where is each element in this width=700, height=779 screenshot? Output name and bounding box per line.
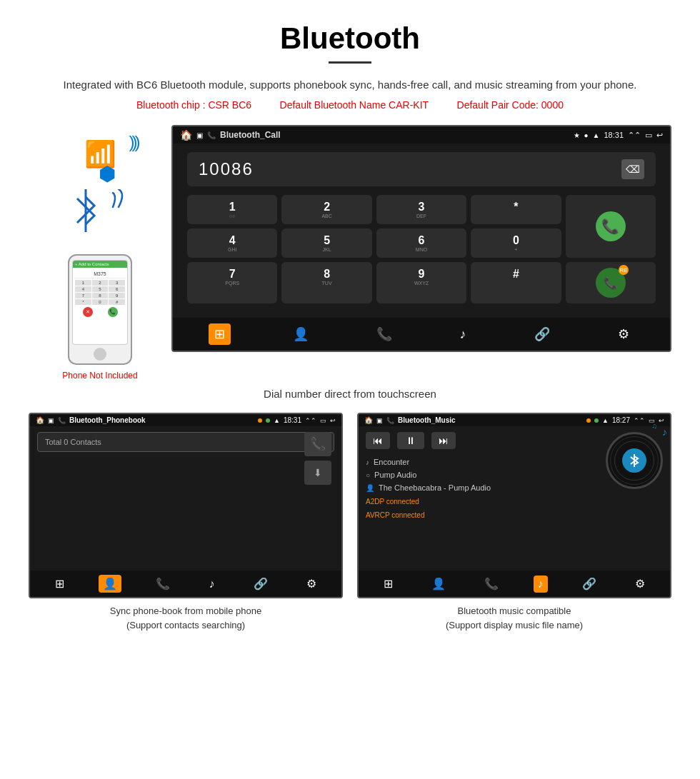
wifi-icon: ▲ [593,131,600,139]
note-icon: ♪ [366,458,369,466]
vinyl-ring1 [614,441,654,481]
key-8[interactable]: 8TUV [281,262,371,303]
phonebook-caption: Sync phone-book from mobile phone(Suppor… [29,604,343,632]
spec-chip: Bluetooth chip : CSR BC6 [136,99,251,111]
dialer-bottom-bar: ⊞ 👤 📞 ♪ 🔗 ⚙ [173,318,670,351]
mu-bottom-dialpad-icon[interactable]: ⊞ [379,575,397,593]
key-1[interactable]: 1○○ [187,195,277,224]
a2dp-status: A2DP connected [366,498,599,506]
specs-line: Bluetooth chip : CSR BC6 Default Bluetoo… [29,99,671,111]
mu-home-icon: 🏠 [364,416,373,424]
bottom-link-icon[interactable]: 🔗 [529,323,556,345]
pb-bottom-calls-icon[interactable]: 📞 [151,575,174,593]
title-divider [329,61,371,64]
mu-bottom-settings-icon[interactable]: ⚙ [631,575,649,593]
phone-mockup: + Add to Contacts M375 123 456 789 *0# ✕… [68,254,132,365]
signal-waves-icon [107,189,136,225]
track-2: ○ Pump Audio [366,471,599,479]
bottom-settings-icon[interactable]: ⚙ [612,323,635,345]
call-button[interactable]: 📞 [566,195,656,258]
pb-expand-icon: ⌃⌃ [305,417,316,424]
mu-back-icon[interactable]: ↩ [659,417,664,424]
mu-bottom-calls-icon[interactable]: 📞 [480,575,503,593]
phone-screen: + Add to Contacts M375 123 456 789 *0# ✕… [72,260,128,345]
bottom-music-icon[interactable]: ♪ [454,324,472,345]
recall-circle: 📞 RE [596,268,626,298]
next-button[interactable]: ⏭ [431,432,456,449]
mu-bottom-link-icon[interactable]: 🔗 [578,575,601,593]
expand-icon: ⌃⌃ [628,131,641,140]
mu-dot2 [594,416,599,424]
key-3[interactable]: 3DEF [376,195,466,224]
key-6[interactable]: 6MNO [376,228,466,258]
screen-title: Bluetooth_Call [220,130,281,140]
recall-button[interactable]: 📞 RE [566,262,656,303]
pb-bottom-dialpad-icon[interactable]: ⊞ [51,575,69,593]
car-dialer-screen: 🏠 ▣ 📞 Bluetooth_Call ★ ● ▲ 18:31 ⌃⌃ ▭ ↩ … [171,125,671,352]
music-content-area: ⏮ ⏸ ⏭ ♪ Encounter ○ Pump Audio 👤 [359,426,670,571]
menu-icon: ▭ [645,131,652,140]
music-screen: 🏠 ▣ 📞 Bluetooth_Music ▲ 18:27 ⌃⌃ ▭ ↩ [357,413,671,598]
avrcp-status: AVRCP connected [366,511,599,519]
mu-bottom-music-icon[interactable]: ♪ [534,576,548,593]
pb-back-icon[interactable]: ↩ [330,417,336,424]
mu-call-icon: 📞 [386,417,394,424]
dial-number-display: 10086 [199,159,254,179]
key-4[interactable]: 4GHI [187,228,277,258]
phonebook-search-field[interactable]: Total 0 Contacts [37,432,334,452]
mu-wifi-icon: ▲ [602,417,609,424]
music-left-panel: ⏮ ⏸ ⏭ ♪ Encounter ○ Pump Audio 👤 [366,432,599,565]
music-statusbar: 🏠 ▣ 📞 Bluetooth_Music ▲ 18:27 ⌃⌃ ▭ ↩ [359,414,670,426]
time-display: 18:31 [604,131,624,139]
pb-bottom-settings-icon[interactable]: ⚙ [302,575,321,593]
back-icon[interactable]: ↩ [656,131,663,140]
bluetooth-signal: 📶 ⬢ [84,139,116,186]
bottom-dialpad-icon[interactable]: ⊞ [209,323,231,345]
prev-button[interactable]: ⏮ [366,432,390,449]
mu-screen-title: Bluetooth_Music [398,416,456,424]
mu-bottom-contacts-icon[interactable]: 👤 [427,575,450,593]
key-7[interactable]: 7PQRS [187,262,277,303]
pb-call-action-button[interactable]: 📞 [304,432,331,456]
key-2[interactable]: 2ABC [281,195,371,224]
dialer-statusbar: 🏠 ▣ 📞 Bluetooth_Call ★ ● ▲ 18:31 ⌃⌃ ▭ ↩ [173,126,670,144]
call-circle: 📞 [596,211,626,241]
phonebook-screen: 🏠 ▣ 📞 Bluetooth_Phonebook ▲ 18:31 ⌃⌃ ▭ ↩ [29,413,343,598]
phone-home-button [94,348,106,361]
pb-bottom-contacts-icon[interactable]: 👤 [99,575,121,593]
track-3: 👤 The Cheebacabra - Pump Audio [366,483,599,492]
main-screen-row: 📶 ⬢ + Add to Contacts [29,125,671,381]
float-note-2: ♫ [652,422,658,430]
bluetooth-symbol-icon [64,186,107,236]
main-caption: Dial number direct from touchscreen [29,388,671,400]
spec-code: Default Pair Code: 0000 [457,99,564,111]
key-0[interactable]: 0+ [471,228,561,258]
float-note-1: ♪ [662,426,667,438]
vinyl-outer-ring [606,432,663,489]
pb-menu-icon: ▭ [320,417,326,424]
pb-download-button[interactable]: ⬇ [304,461,331,485]
key-5[interactable]: 5JKL [281,228,371,258]
bottom-contacts-icon[interactable]: 👤 [287,323,314,345]
pb-time: 18:31 [284,416,301,424]
key-hash[interactable]: # [471,262,561,303]
pb-bottom-link-icon[interactable]: 🔗 [249,575,272,593]
key-9[interactable]: 9WXYZ [376,262,466,303]
home-icon: 🏠 [180,129,192,141]
mu-time: 18:27 [612,416,630,424]
pb-wifi-icon: ▲ [274,417,280,424]
recall-badge: RE [619,265,629,275]
vinyl-disc: ♪ ♫ [606,432,663,489]
phonebook-content: Total 0 Contacts 📞 ⬇ [30,426,341,571]
pb-dot1 [258,416,262,424]
bottom-screens-row: 🏠 ▣ 📞 Bluetooth_Phonebook ▲ 18:31 ⌃⌃ ▭ ↩ [29,413,671,632]
bottom-recent-calls-icon[interactable]: 📞 [371,323,398,345]
backspace-button[interactable]: ⌫ [621,159,644,179]
phone-not-included-label: Phone Not Included [62,371,137,381]
page-title: Bluetooth [29,21,671,56]
key-star[interactable]: * [471,195,561,224]
signal-bars-icon: ● [584,131,589,139]
pb-bottom-music-icon[interactable]: ♪ [205,576,219,593]
play-pause-button[interactable]: ⏸ [397,432,424,449]
bt-status-icon: ★ [574,131,580,139]
